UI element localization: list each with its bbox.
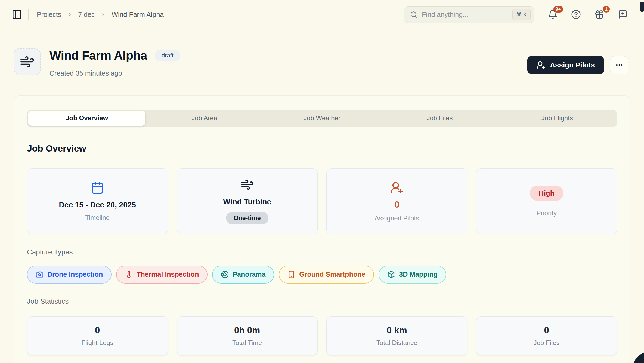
job-statistics-heading: Job Statistics [27,297,617,306]
notifications-button[interactable]: 9+ [548,9,558,20]
page-title: Wind Farm Alpha [49,49,147,62]
help-circle-icon [571,10,581,19]
chip-drone-inspection[interactable]: Drone Inspection [27,266,112,284]
stat-total-distance: 0 km Total Distance [326,316,467,355]
chip-3d-mapping[interactable]: 3D Mapping [379,266,446,284]
priority-badge: High [530,186,564,201]
chat-widget-button[interactable] [632,351,644,363]
search-input[interactable] [421,10,509,19]
tab-job-area[interactable]: Job Area [145,111,263,126]
global-search[interactable]: ⌘ K [404,6,534,23]
assign-pilots-button[interactable]: Assign Pilots [527,56,604,74]
thermometer-icon [125,270,133,278]
timeline-value: Dec 15 - Dec 20, 2025 [59,201,136,209]
chip-label: Panorama [233,270,265,278]
header-actions: Assign Pilots [527,56,628,74]
gift-count-badge: 1 [603,6,610,13]
chip-panorama[interactable]: Panorama [212,266,274,284]
stat-job-files: 0 Job Files [476,316,617,355]
assigned-pilots-card: 0 Assigned Pilots [326,168,467,234]
chevron-right-icon [100,11,106,17]
chip-label: 3D Mapping [399,270,438,278]
ellipsis-icon [615,61,623,69]
smartphone-icon [287,270,295,278]
capture-types-heading: Capture Types [27,248,617,256]
stat-label: Flight Logs [82,339,113,347]
chip-label: Drone Inspection [47,270,103,278]
status-badge: draft [155,50,180,61]
project-header: Wind Farm Alpha draft Created 35 minutes… [0,29,644,77]
cube-icon [387,270,395,278]
tab-job-overview[interactable]: Job Overview [28,111,145,126]
tab-job-flights[interactable]: Job Flights [499,111,616,126]
chevron-right-icon [67,11,73,17]
stat-label: Total Time [232,339,262,347]
chip-label: Thermal Inspection [137,270,199,278]
priority-card: High Priority [476,168,617,234]
overview-cards: Dec 15 - Dec 20, 2025 Timeline Wind Turb… [27,168,617,234]
camera-icon [36,270,44,278]
search-icon [410,11,417,18]
assigned-pilots-count: 0 [394,199,400,210]
stat-value: 0 [95,325,100,336]
user-plus-icon [390,181,403,194]
project-icon-tile [14,48,41,75]
tab-job-files[interactable]: Job Files [381,111,498,126]
stat-value: 0 km [387,325,407,336]
search-shortcut-kbd: ⌘ K [512,9,531,20]
stat-value: 0 [544,325,549,336]
timeline-card: Dec 15 - Dec 20, 2025 Timeline [27,168,168,234]
breadcrumb: Projects 7 dec Wind Farm Alpha [37,11,164,19]
breadcrumb-project-group[interactable]: 7 dec [78,11,95,19]
chip-thermal-inspection[interactable]: Thermal Inspection [116,266,208,284]
tab-job-weather[interactable]: Job Weather [263,111,381,126]
stat-label: Job Files [534,339,560,347]
stat-label: Total Distance [376,339,417,347]
topbar-divider [28,9,29,20]
feedback-button[interactable] [618,9,628,20]
notifications-count-badge: 9+ [553,6,563,13]
top-bar: Projects 7 dec Wind Farm Alpha ⌘ K 9+ [0,0,644,29]
breadcrumb-projects[interactable]: Projects [37,11,61,19]
wind-icon [20,54,35,69]
scrollbar-thumb[interactable] [640,2,644,12]
whats-new-button[interactable]: 1 [595,9,605,20]
assigned-pilots-label: Assigned Pilots [374,214,419,222]
job-tabs: Job Overview Job Area Job Weather Job Fi… [27,110,617,127]
job-type-card: Wind Turbine One-time [177,168,318,234]
more-actions-button[interactable] [610,56,628,74]
stat-flight-logs: 0 Flight Logs [27,316,168,355]
section-heading: Job Overview [27,143,617,154]
chip-label: Ground Smartphone [299,270,365,278]
panel-left-icon [12,9,22,20]
stat-value: 0h 0m [234,325,260,336]
timeline-label: Timeline [85,214,110,222]
breadcrumb-current: Wind Farm Alpha [112,11,164,19]
help-button[interactable] [571,9,581,20]
calendar-icon [91,181,104,195]
aperture-icon [221,270,229,278]
job-statistics-cards: 0 Flight Logs 0h 0m Total Time 0 km Tota… [27,316,617,355]
capture-type-chips: Drone Inspection Thermal Inspection Pano… [27,266,617,284]
topbar-icons: 9+ 1 [548,9,628,20]
job-type-value: Wind Turbine [223,198,271,206]
created-timestamp: Created 35 minutes ago [49,69,180,77]
recurrence-badge: One-time [226,212,268,224]
chip-ground-smartphone[interactable]: Ground Smartphone [279,266,374,284]
priority-label: Priority [536,209,557,217]
project-header-text: Wind Farm Alpha draft Created 35 minutes… [49,48,180,77]
user-plus-icon [537,61,545,69]
sidebar-toggle-button[interactable] [9,7,24,22]
message-plus-icon [618,10,628,19]
job-detail-card: Job Overview Job Area Job Weather Job Fi… [14,95,630,363]
assign-pilots-label: Assign Pilots [550,61,595,69]
wind-icon [241,178,254,192]
stat-total-time: 0h 0m Total Time [177,316,318,355]
